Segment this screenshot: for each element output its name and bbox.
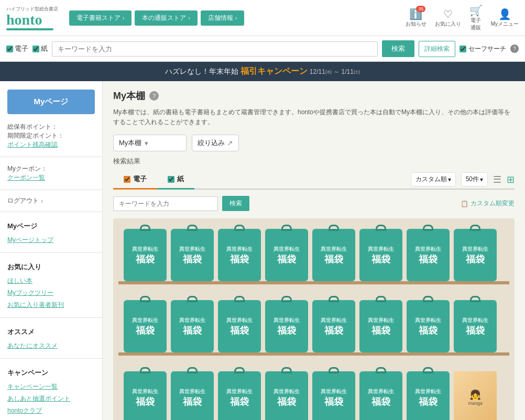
filter-row: My本棚 ▾ 絞り込み ↗ (113, 135, 515, 151)
tab-kami-checkbox[interactable] (168, 176, 174, 183)
list-view-button[interactable]: ☰ (493, 174, 501, 185)
safesearch-label[interactable]: セーフサーチ (460, 45, 506, 53)
search-input[interactable] (52, 41, 378, 57)
tab-denshi[interactable]: 電子 (113, 170, 157, 190)
sidebar-item-campaign-list[interactable]: キャンペーン一覧 (7, 381, 95, 393)
chevron-icon: › (123, 15, 124, 21)
tab-right-controls: カスタム順 ▾ 50件 ▾ ☰ ⊞ (411, 172, 515, 186)
book-item[interactable]: 異世界転生福袋 (265, 371, 308, 420)
sidebar-item-author-new[interactable]: お気に入り著者新刊 (7, 299, 95, 311)
page-title: My本棚 (113, 90, 145, 102)
coupon-link[interactable]: クーポン一覧 (7, 174, 45, 181)
points-link[interactable]: ポイント残高確認 (7, 141, 58, 148)
tabs-row: 電子 紙 カスタム順 ▾ 50件 ▾ ☰ ⊞ (113, 170, 515, 190)
external-link-icon: ↗ (227, 139, 233, 147)
logout-button[interactable]: ログアウト › (0, 194, 102, 207)
page-help-icon[interactable]: ? (149, 91, 159, 101)
book-item[interactable]: 異世界転生福袋 (407, 300, 450, 352)
book-item[interactable]: 異世界転生福袋 (454, 229, 497, 281)
safesearch-help-icon[interactable]: ? (510, 45, 519, 53)
book-item[interactable]: 異世界転生福袋 (265, 229, 308, 281)
shelf-row-1: 異世界転生 福袋 異世界転生福袋 異世界転生福袋 異世界転生福袋 異世界転生福袋… (118, 224, 509, 284)
book-item[interactable]: 異世界転生福袋 (124, 371, 167, 420)
tab-kami[interactable]: 紙 (157, 170, 194, 190)
cart-icon-btn[interactable]: 🛒 電子通販 (469, 4, 483, 31)
chevron-icon: › (188, 15, 190, 21)
shelf-row-3: 異世界転生福袋 異世界転生福袋 異世界転生福袋 異世界転生福袋 異世界転生福袋 … (118, 366, 509, 420)
count-button[interactable]: 50件 ▾ (461, 172, 488, 186)
logo-text: honto (6, 13, 42, 27)
search-button[interactable]: 検索 (382, 40, 414, 57)
select-chevron-icon: ▾ (145, 139, 148, 147)
logout-arrow-icon: › (41, 197, 43, 205)
sidebar-item-ashiato[interactable]: あしあと抽選ポイント (7, 393, 95, 405)
nav-tab-ebook[interactable]: 電子書籍ストア › (69, 10, 132, 26)
manga-cover: 👧 manga (454, 371, 497, 420)
logo-area: ハイブリッド型総合書店 honto (6, 6, 64, 30)
search-bar: 電子 紙 検索 詳細検索 セーフサーチ ? (0, 36, 525, 62)
count-chevron-icon: ▾ (480, 176, 483, 183)
mymenu-icon-btn[interactable]: 👤 Myメニュー (491, 8, 519, 28)
sidebar-item-recommend[interactable]: あなたにオススメ (7, 340, 95, 352)
book-search-button[interactable]: 検索 (222, 196, 249, 211)
header-icons: ℹ️ 35 お知らせ ♡ お気に入り 🛒 電子通販 👤 Myメニュー (406, 4, 519, 31)
kami-checkbox[interactable] (32, 46, 39, 52)
book-bag-fukuro: 異世界転生 福袋 (124, 229, 167, 281)
narrow-filter-btn[interactable]: 絞り込み ↗ (192, 135, 239, 151)
book-item[interactable]: 異世界転生福袋 (171, 300, 214, 352)
coupon-section: Myクーポン： クーポン一覧 (0, 161, 102, 185)
book-item[interactable]: 異世界転生福袋 (359, 371, 402, 420)
manga-book-item[interactable]: 👧 manga (454, 371, 497, 420)
book-item[interactable]: 異世界転生福袋 (218, 300, 261, 352)
book-item[interactable]: 異世界転生福袋 (124, 300, 167, 352)
sidebar-item-mypage-top[interactable]: Myページトップ (7, 234, 95, 246)
sidebar-item-hoshii[interactable]: ほしい本 (7, 275, 95, 287)
favorites-icon-btn[interactable]: ♡ お気に入り (435, 8, 461, 28)
book-item[interactable]: 異世界転生福袋 (454, 300, 497, 352)
book-item[interactable]: 異世界転生福袋 (218, 371, 261, 420)
book-item[interactable]: 異世界転生福袋 (312, 229, 355, 281)
tab-denshi-checkbox[interactable] (124, 176, 130, 183)
chevron-icon: › (235, 15, 237, 21)
book-item[interactable]: 異世界転生福袋 (312, 371, 355, 420)
header: ハイブリッド型総合書店 honto 電子書籍ストア › 本の通販ストア › 店舗… (0, 0, 525, 36)
book-item[interactable]: 異世界転生福袋 (171, 229, 214, 281)
bookshelf-area: 異世界転生 福袋 異世界転生福袋 異世界転生福袋 異世界転生福袋 異世界転生福袋… (113, 218, 515, 420)
description-text: My本棚では、紙の書籍も電子書籍もまとめて蔵書管理できます。hontoや提携書店… (113, 107, 515, 127)
detail-search-button[interactable]: 詳細検索 (419, 41, 455, 57)
nav-tab-store[interactable]: 店舗情報 › (201, 10, 244, 26)
safesearch-checkbox[interactable] (460, 46, 466, 52)
book-search-input[interactable] (113, 196, 218, 211)
sidebar-item-booktree[interactable]: Myブックツリー (7, 287, 95, 299)
book-item[interactable]: 異世界転生福袋 (359, 300, 402, 352)
content-area: My本棚 ? My本棚では、紙の書籍も電子書籍もまとめて蔵書管理できます。hon… (103, 81, 525, 420)
book-item[interactable]: 異世界転生 福袋 (124, 229, 167, 281)
page-title-row: My本棚 ? (113, 90, 515, 102)
nav-tab-mailorder[interactable]: 本の通販ストア › (135, 10, 197, 26)
shelf-row-2: 異世界転生福袋 異世界転生福袋 異世界転生福袋 異世界転生福袋 異世界転生福袋 … (118, 295, 509, 356)
kami-checkbox-label[interactable]: 紙 (32, 44, 48, 53)
notification-icon-btn[interactable]: ℹ️ 35 お知らせ (406, 8, 426, 28)
book-item[interactable]: 異世界転生福袋 (312, 300, 355, 352)
book-item[interactable]: 異世界転生福袋 (218, 229, 261, 281)
book-item[interactable]: 異世界転生福袋 (171, 371, 214, 420)
shelf-select[interactable]: My本棚 ▾ (113, 135, 187, 151)
book-item[interactable]: 異世界転生福袋 (265, 300, 308, 352)
sidebar-recommend-group: オススメ あなたにオススメ (0, 322, 102, 354)
custom-change-button[interactable]: 📋 カスタム順変更 (461, 199, 515, 208)
main-layout: Myページ 総保有ポイント： 期間限定ポイント： ポイント残高確認 Myクーポン… (0, 81, 525, 420)
logo-underline (6, 28, 53, 30)
denshi-checkbox-label[interactable]: 電子 (6, 44, 28, 53)
sort-button[interactable]: カスタム順 ▾ (411, 172, 456, 186)
book-item[interactable]: 異世界転生福袋 (407, 229, 450, 281)
grid-view-button[interactable]: ⊞ (507, 174, 515, 185)
cart-label: 電子通販 (471, 17, 481, 31)
total-points-label: 総保有ポイント： (7, 123, 95, 131)
book-item[interactable]: 異世界転生福袋 (407, 371, 450, 420)
book-item[interactable]: 異世界転生福袋 (359, 229, 402, 281)
mypage-button[interactable]: Myページ (7, 90, 95, 114)
sidebar-item-hontoclub[interactable]: hontoクラブ (7, 405, 95, 417)
denshi-checkbox[interactable] (6, 46, 13, 52)
sidebar: Myページ 総保有ポイント： 期間限定ポイント： ポイント残高確認 Myクーポン… (0, 81, 103, 420)
bag-handle (140, 225, 150, 231)
